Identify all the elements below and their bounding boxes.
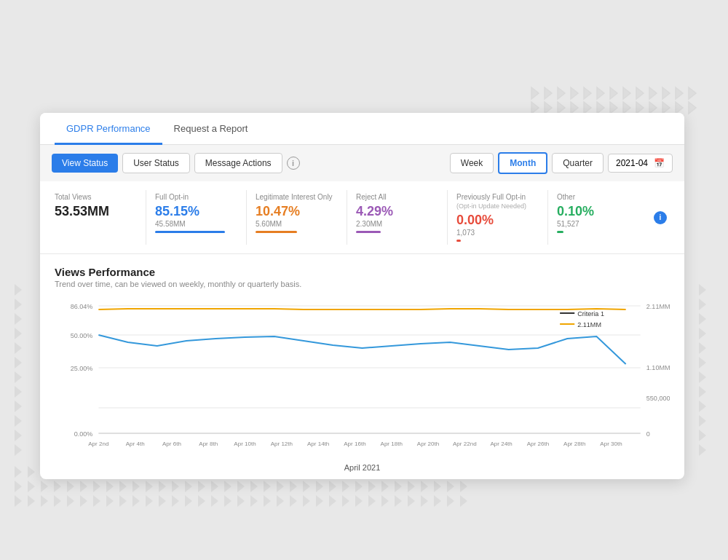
- svg-marker-118: [303, 495, 310, 507]
- svg-marker-79: [250, 481, 258, 492]
- svg-marker-113: [237, 495, 245, 507]
- svg-marker-100: [67, 495, 74, 507]
- chart-footer: April 2021: [55, 463, 670, 472]
- svg-marker-93: [434, 481, 441, 492]
- date-selector[interactable]: 2021-04 📅: [608, 154, 673, 173]
- svg-marker-67: [93, 481, 100, 492]
- stat-other-value: 0.10%: [557, 204, 639, 219]
- svg-marker-87: [355, 481, 363, 492]
- svg-marker-116: [277, 495, 284, 507]
- stat-previously-full-optin-label: Previously Full Opt-in(Opt-in Update Nee…: [456, 193, 539, 210]
- stat-legitimate-interest-value: 10.47%: [256, 204, 338, 219]
- svg-marker-120: [329, 495, 336, 507]
- svg-marker-128: [434, 495, 441, 507]
- svg-marker-108: [172, 495, 179, 507]
- svg-marker-66: [80, 481, 87, 492]
- tab-gdpr-performance[interactable]: GDPR Performance: [55, 113, 162, 145]
- info-icon[interactable]: i: [287, 157, 300, 170]
- stat-info-icon[interactable]: i: [654, 211, 667, 224]
- svg-marker-152: [699, 415, 706, 427]
- svg-marker-65: [67, 481, 74, 492]
- svg-marker-95: [460, 481, 467, 492]
- svg-marker-131: [15, 284, 22, 296]
- svg-marker-96: [15, 495, 22, 507]
- svg-marker-6: [610, 87, 617, 99]
- svg-marker-142: [15, 444, 22, 456]
- svg-marker-26: [15, 466, 22, 478]
- stat-previously-full-optin-value: 0.00%: [456, 213, 539, 228]
- svg-marker-19: [610, 102, 617, 114]
- view-status-button[interactable]: View Status: [52, 154, 118, 173]
- stat-reject-all-label: Reject All: [356, 193, 438, 202]
- svg-text:1.10MM: 1.10MM: [646, 364, 670, 371]
- svg-text:50.00%: 50.00%: [71, 332, 93, 339]
- calendar-icon: 📅: [654, 158, 665, 168]
- svg-text:Apr 16th: Apr 16th: [344, 441, 365, 447]
- svg-marker-111: [211, 495, 218, 507]
- svg-marker-138: [15, 386, 22, 398]
- svg-marker-104: [119, 495, 127, 507]
- stat-previously-full-optin-bar: [456, 240, 461, 242]
- stat-legitimate-interest-label: Legitimate Interest Only: [256, 193, 338, 202]
- svg-marker-91: [408, 481, 415, 492]
- svg-marker-7: [623, 87, 630, 99]
- svg-marker-114: [250, 495, 258, 507]
- svg-marker-137: [15, 371, 22, 383]
- svg-marker-15: [558, 102, 565, 114]
- svg-marker-80: [264, 481, 271, 492]
- svg-marker-140: [15, 415, 22, 427]
- svg-marker-141: [15, 430, 22, 441]
- svg-text:25.00%: 25.00%: [71, 365, 93, 372]
- svg-marker-132: [15, 299, 22, 310]
- svg-marker-25: [689, 102, 696, 114]
- stat-other: Other 0.10% 51,527: [548, 190, 648, 245]
- svg-marker-98: [41, 495, 48, 507]
- svg-marker-125: [395, 495, 402, 507]
- svg-marker-133: [15, 313, 22, 325]
- week-button[interactable]: Week: [450, 153, 494, 173]
- svg-marker-83: [303, 481, 310, 492]
- svg-marker-27: [28, 466, 35, 478]
- svg-marker-64: [54, 481, 61, 492]
- svg-marker-3: [571, 87, 578, 99]
- stat-total-views-label: Total Views: [55, 193, 137, 202]
- user-status-button[interactable]: User Status: [122, 153, 190, 173]
- svg-marker-110: [198, 495, 205, 507]
- svg-marker-71: [146, 481, 153, 492]
- svg-marker-63: [41, 481, 48, 492]
- svg-text:0: 0: [646, 430, 650, 438]
- svg-text:Apr 22nd: Apr 22nd: [453, 441, 477, 447]
- svg-marker-97: [28, 495, 35, 507]
- svg-marker-112: [224, 495, 232, 507]
- svg-marker-62: [28, 481, 35, 492]
- svg-marker-92: [421, 481, 428, 492]
- tab-request-report[interactable]: Request a Report: [162, 113, 260, 145]
- svg-marker-70: [132, 481, 140, 492]
- svg-text:Apr 20th: Apr 20th: [417, 441, 439, 447]
- chart-container: 86.04% 50.00% 25.00% 0.00% 2.11MM 1.10MM…: [55, 299, 670, 459]
- stat-reject-all-sub: 2.30MM: [356, 220, 438, 228]
- svg-marker-129: [447, 495, 454, 507]
- svg-text:2.11MM: 2.11MM: [646, 303, 670, 310]
- svg-marker-149: [699, 371, 706, 383]
- svg-marker-20: [623, 102, 630, 114]
- svg-marker-74: [185, 481, 192, 492]
- svg-marker-86: [342, 481, 349, 492]
- svg-marker-0: [531, 87, 539, 99]
- message-actions-button[interactable]: Message Actions: [194, 153, 282, 173]
- stat-full-optin-value: 85.15%: [155, 204, 237, 219]
- month-button[interactable]: Month: [498, 152, 547, 174]
- svg-text:550,000: 550,000: [646, 395, 670, 402]
- svg-text:Apr 14th: Apr 14th: [307, 441, 329, 447]
- svg-marker-146: [699, 328, 706, 339]
- svg-text:Apr 10th: Apr 10th: [234, 441, 256, 447]
- quarter-button[interactable]: Quarter: [552, 153, 604, 173]
- svg-text:Apr 2nd: Apr 2nd: [88, 441, 108, 447]
- stat-reject-all: Reject All 4.29% 2.30MM: [347, 190, 448, 245]
- svg-marker-5: [597, 87, 604, 99]
- svg-marker-84: [316, 481, 323, 492]
- svg-marker-139: [15, 401, 22, 412]
- svg-marker-16: [571, 102, 578, 114]
- svg-marker-12: [689, 87, 696, 99]
- chart-subtitle: Trend over time, can be viewed on weekly…: [55, 280, 670, 288]
